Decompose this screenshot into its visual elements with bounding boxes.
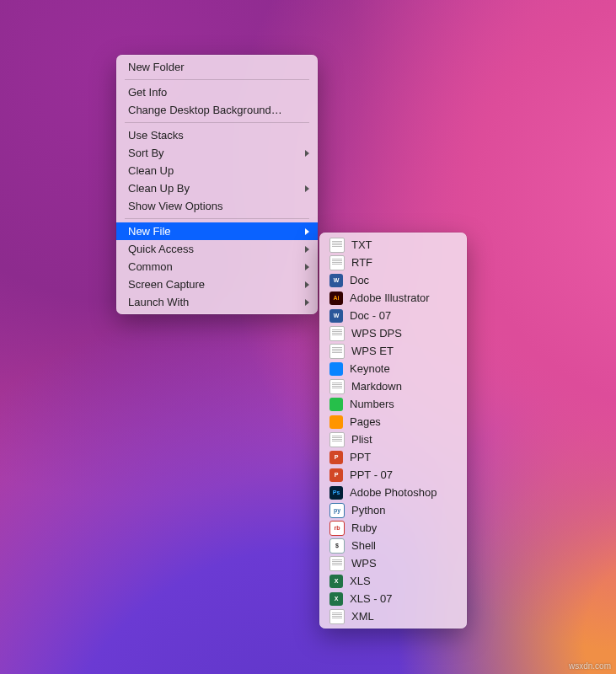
file-icon: rb xyxy=(329,521,345,536)
file-icon xyxy=(329,609,345,624)
submenu-item-rtf[interactable]: RTF xyxy=(319,254,467,271)
menu-item-show-view-options[interactable]: Show View Options xyxy=(116,197,318,215)
menu-item-use-stacks[interactable]: Use Stacks xyxy=(116,126,318,144)
submenu-item-plist[interactable]: Plist xyxy=(319,431,467,448)
submenu-item-adobe-photoshop[interactable]: PsAdobe Photoshop xyxy=(319,484,467,501)
menu-item-label: Use Stacks xyxy=(128,127,184,143)
desktop-context-menu: New FolderGet InfoChange Desktop Backgro… xyxy=(116,55,318,314)
file-icon xyxy=(329,398,343,411)
menu-separator xyxy=(125,218,309,219)
submenu-item-xml[interactable]: XML xyxy=(319,607,467,625)
submenu-item-label: Keynote xyxy=(350,361,390,377)
file-icon xyxy=(329,556,345,571)
menu-item-launch-with[interactable]: Launch With xyxy=(116,293,318,311)
menu-item-label: New Folder xyxy=(128,59,184,75)
file-icon: P xyxy=(329,468,343,482)
menu-item-label: Get Info xyxy=(128,84,167,100)
menu-item-label: Screen Capture xyxy=(128,276,205,292)
submenu-item-label: PPT xyxy=(350,449,371,465)
file-icon: X xyxy=(329,592,343,606)
file-icon xyxy=(329,432,345,447)
submenu-item-doc-07[interactable]: WDoc - 07 xyxy=(319,307,467,324)
submenu-item-numbers[interactable]: Numbers xyxy=(319,395,467,413)
submenu-item-label: Ruby xyxy=(351,520,377,536)
menu-item-label: Clean Up By xyxy=(128,180,190,196)
submenu-item-label: WPS ET xyxy=(351,343,394,359)
menu-item-label: Change Desktop Background… xyxy=(128,102,282,118)
menu-item-label: New File xyxy=(128,223,171,239)
menu-item-sort-by[interactable]: Sort By xyxy=(116,144,318,162)
menu-item-new-file[interactable]: New File xyxy=(116,222,318,240)
submenu-item-label: XML xyxy=(351,608,374,624)
file-icon: W xyxy=(329,274,343,287)
submenu-item-label: Numbers xyxy=(350,396,394,412)
submenu-item-label: Pages xyxy=(350,414,381,430)
submenu-item-label: Adobe Illustrator xyxy=(350,290,430,306)
menu-separator xyxy=(125,122,309,123)
menu-item-clean-up[interactable]: Clean Up xyxy=(116,162,318,179)
menu-item-clean-up-by[interactable]: Clean Up By xyxy=(116,179,318,197)
menu-item-screen-capture[interactable]: Screen Capture xyxy=(116,275,318,293)
submenu-item-label: Markdown xyxy=(351,378,402,394)
file-icon: W xyxy=(329,309,343,323)
submenu-item-adobe-illustrator[interactable]: AiAdobe Illustrator xyxy=(319,289,467,307)
file-icon xyxy=(329,344,345,359)
menu-item-get-info[interactable]: Get Info xyxy=(116,83,318,101)
file-icon: X xyxy=(329,575,343,588)
submenu-item-wps[interactable]: WPS xyxy=(319,554,467,572)
submenu-item-python[interactable]: pyPython xyxy=(319,501,467,519)
submenu-item-label: Doc - 07 xyxy=(350,308,391,324)
submenu-item-label: WPS xyxy=(351,555,377,571)
submenu-item-label: Plist xyxy=(351,431,372,447)
new-file-submenu: TXTRTFWDocAiAdobe IllustratorWDoc - 07WP… xyxy=(319,233,467,629)
submenu-item-markdown[interactable]: Markdown xyxy=(319,377,467,395)
submenu-item-label: RTF xyxy=(351,254,372,270)
submenu-item-xls-07[interactable]: XXLS - 07 xyxy=(319,590,467,607)
file-icon: Ai xyxy=(329,292,343,305)
submenu-item-txt[interactable]: TXT xyxy=(319,236,467,254)
file-icon xyxy=(329,255,345,270)
submenu-item-label: Doc xyxy=(350,272,369,288)
file-icon: P xyxy=(329,451,343,464)
submenu-item-label: Shell xyxy=(351,538,376,554)
submenu-item-pages[interactable]: Pages xyxy=(319,413,467,431)
menu-item-label: Show View Options xyxy=(128,198,223,214)
menu-item-label: Quick Access xyxy=(128,241,194,257)
watermark: wsxdn.com xyxy=(569,661,611,671)
menu-item-label: Common xyxy=(128,259,173,275)
submenu-item-label: Adobe Photoshop xyxy=(350,484,437,500)
submenu-item-label: XLS xyxy=(350,573,371,589)
file-icon xyxy=(329,415,343,429)
submenu-item-label: WPS DPS xyxy=(351,325,402,341)
menu-item-new-folder[interactable]: New Folder xyxy=(116,58,318,76)
submenu-item-doc[interactable]: WDoc xyxy=(319,271,467,289)
submenu-item-xls[interactable]: XXLS xyxy=(319,572,467,590)
menu-item-label: Clean Up xyxy=(128,163,174,179)
menu-item-label: Launch With xyxy=(128,294,189,310)
file-icon: Ps xyxy=(329,486,343,500)
file-icon xyxy=(329,238,345,253)
submenu-item-ppt[interactable]: PPPT xyxy=(319,448,467,466)
menu-item-label: Sort By xyxy=(128,145,164,161)
menu-item-change-desktop-background[interactable]: Change Desktop Background… xyxy=(116,101,318,119)
submenu-item-label: XLS - 07 xyxy=(350,591,393,607)
submenu-item-wps-dps[interactable]: WPS DPS xyxy=(319,324,467,342)
menu-item-common[interactable]: Common xyxy=(116,258,318,275)
submenu-item-shell[interactable]: $Shell xyxy=(319,537,467,554)
file-icon: py xyxy=(329,503,345,518)
submenu-item-ruby[interactable]: rbRuby xyxy=(319,519,467,537)
submenu-item-label: PPT - 07 xyxy=(350,467,393,483)
file-icon xyxy=(329,379,345,394)
file-icon xyxy=(329,362,343,376)
submenu-item-label: Python xyxy=(351,502,385,518)
submenu-item-ppt-07[interactable]: PPPT - 07 xyxy=(319,466,467,484)
submenu-item-keynote[interactable]: Keynote xyxy=(319,360,467,377)
menu-item-quick-access[interactable]: Quick Access xyxy=(116,240,318,258)
file-icon: $ xyxy=(329,538,345,554)
submenu-item-label: TXT xyxy=(351,237,372,253)
submenu-item-wps-et[interactable]: WPS ET xyxy=(319,342,467,360)
menu-separator xyxy=(125,79,309,80)
file-icon xyxy=(329,326,345,341)
